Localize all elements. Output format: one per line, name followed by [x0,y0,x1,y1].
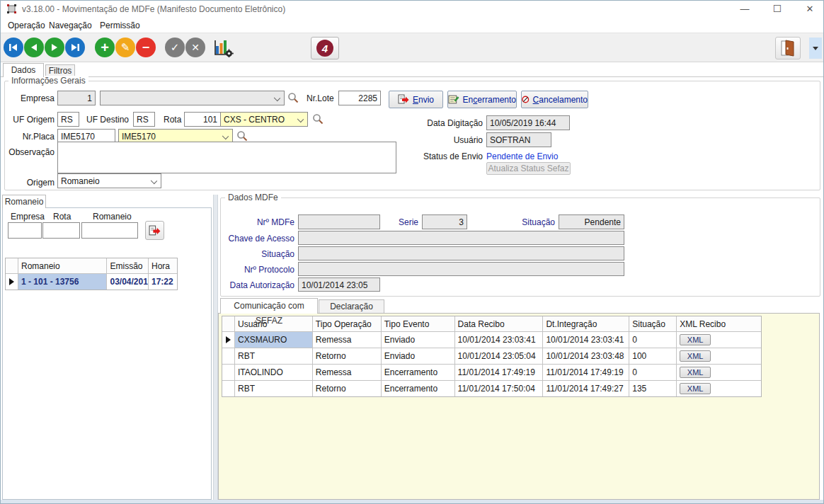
tab-strip-line [1,76,824,77]
cancelamento-label: Cancelamento [533,95,588,105]
sefaz-row[interactable]: ITAOLINDO Remessa Encerramento 11/01/201… [222,365,761,381]
origem-label: Origem [12,178,55,188]
romaneio-filter-romaneio-input[interactable] [81,222,138,239]
rota-search-icon[interactable] [312,113,324,125]
xml-recibo-button[interactable]: XML [680,383,711,394]
menu-operacao[interactable]: Operação [5,20,48,31]
romaneio-grid: Romaneio Emissão Hora 1 - 101 - 13756 03… [5,258,178,290]
xml-recibo-button[interactable]: XML [680,334,711,345]
sefaz-row[interactable]: CXSMAURO Remessa Enviado 10/01/2014 23:0… [222,332,761,348]
encerramento-label: Encerramento [463,95,516,105]
empresa-search-icon[interactable] [287,92,299,103]
empresa-combo[interactable] [100,91,285,105]
situacao-label: Situação [500,217,555,227]
placa-search-icon[interactable] [236,130,248,142]
closeout-note-icon [448,94,459,105]
nrlote-field[interactable]: 2285 [338,91,381,105]
tab-comunicacao-sefaz[interactable]: Comunicação com SEFAZ [220,298,318,314]
nr-mdfe-field [298,214,380,229]
xml-recibo-button[interactable]: XML [680,367,711,378]
insert-button[interactable]: + [95,38,115,57]
report-chart-button[interactable] [214,39,234,57]
envio-button[interactable]: Envio [389,91,443,108]
window-title: v3.18.00 - Movimentação de MDFe (Manifes… [22,4,285,14]
prior-record-button[interactable] [24,38,44,57]
rota-num-field[interactable]: 101 [184,112,221,127]
tab-dados[interactable]: Dados [3,63,44,77]
tab-declaracao-mdfe[interactable]: Declaração MDFe [319,299,384,314]
toolbar-more-options[interactable] [809,38,822,59]
col-xml-recibo[interactable]: XML Recibo [677,316,761,331]
sefaz-grid: Usuário Tipo Operação Tipo Evento Data R… [222,316,762,397]
check-icon: ✓ [171,41,180,54]
serie-field: 3 [422,214,467,229]
chevron-down-icon [222,133,229,139]
data-autorizacao-label: Data Autorização [220,280,294,290]
col-emissao[interactable]: Emissão [107,258,149,273]
prohibition-icon [522,94,530,105]
romaneio-filter-rota-input[interactable] [42,222,80,239]
empresa-label: Empresa [12,93,55,103]
row-marker-icon [9,278,14,285]
romaneio-filter-empresa-label: Empresa [11,212,45,222]
romaneio-filter-empresa-input[interactable] [8,222,42,239]
col-situacao[interactable]: Situação [629,316,677,331]
observacao-textarea[interactable] [57,142,396,173]
chevron-down-icon [151,178,157,184]
menu-bar: Operação Navegação Permissão [1,17,823,33]
softran-logo-icon: 4 [316,40,333,57]
close-button[interactable]: ✕ [795,1,824,17]
load-romaneio-icon [149,225,161,236]
usuario-label: Usuário [397,135,483,145]
sefaz-row[interactable]: RBT Retorno Encerramento 11/01/2014 17:5… [222,381,761,396]
last-record-icon [70,43,80,52]
data-autorizacao-field: 10/01/2014 23:05 [298,277,380,292]
nrlote-label: Nr.Lote [307,93,334,103]
app-icon [6,4,17,14]
first-record-button[interactable] [4,38,23,57]
sefaz-row[interactable]: RBT Retorno Enviado 10/01/2014 23:05:04 … [222,348,761,365]
menu-permissao[interactable]: Permissão [97,20,143,31]
situacao-field: Pendente [559,214,624,229]
toolbar: + ✎ − ✓ ✕ 4 [1,33,823,62]
dropdown-arrow-icon [813,47,818,50]
cancel-button[interactable]: ✕ [185,38,205,57]
uf-origem-field[interactable]: RS [57,112,79,127]
col-tipo-operacao[interactable]: Tipo Operação [313,316,382,331]
tab-romaneio[interactable]: Romaneio [2,195,46,208]
atualiza-status-sefaz-button[interactable]: Atualiza Status Sefaz [486,162,571,175]
panel-divider[interactable] [213,195,218,500]
col-romaneio[interactable]: Romaneio [18,258,107,273]
romaneio-grid-row[interactable]: 1 - 101 - 13756 03/04/2019 17:22 [6,274,177,290]
bar-chart-gear-icon [214,39,234,57]
romaneio-search-button[interactable] [145,221,164,240]
menu-navegacao[interactable]: Navegação [46,20,95,31]
last-record-button[interactable] [65,38,85,57]
edit-button[interactable]: ✎ [115,38,135,57]
envio-label: Envio [413,95,434,105]
next-record-button[interactable] [45,38,64,57]
chave-acesso-label: Chave de Acesso [226,234,294,244]
origem-combo[interactable]: Romaneio [57,173,161,188]
softran-logo-button[interactable]: 4 [311,37,339,59]
delete-button[interactable]: − [136,38,156,57]
rota-combo[interactable]: CXS - CENTRO [220,112,308,127]
x-icon: ✕ [191,42,200,53]
uf-destino-field[interactable]: RS [133,112,155,127]
app-window: v3.18.00 - Movimentação de MDFe (Manifes… [0,0,824,504]
next-record-icon [51,43,58,52]
col-tipo-evento[interactable]: Tipo Evento [382,316,455,331]
protocolo-label: Nrº Protocolo [226,265,294,275]
col-data-recibo[interactable]: Data Recibo [455,316,544,331]
situacao2-field [298,246,624,260]
cancelamento-button[interactable]: Cancelamento [521,91,588,108]
encerramento-button[interactable]: Encerramento [447,91,517,108]
col-dt-integracao[interactable]: Dt.Integração [543,316,629,331]
exit-button[interactable] [775,37,801,59]
maximize-button[interactable]: ☐ [762,1,792,17]
minimize-button[interactable]: — [730,1,760,17]
xml-recibo-button[interactable]: XML [680,350,711,362]
confirm-button[interactable]: ✓ [165,38,185,57]
col-hora[interactable]: Hora [149,258,177,273]
row-marker-icon [226,336,231,343]
